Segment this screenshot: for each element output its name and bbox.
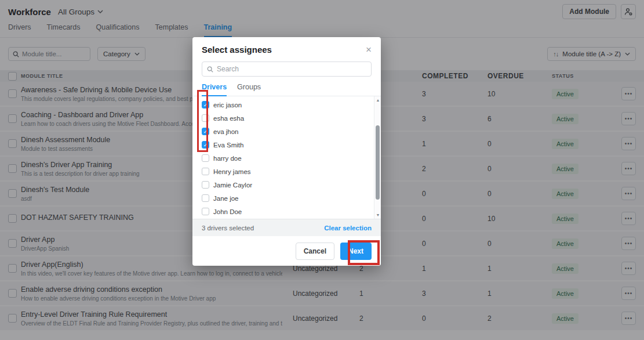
driver-checkbox[interactable]: ✓: [202, 114, 209, 122]
cancel-button[interactable]: Cancel: [296, 243, 334, 260]
driver-list-item[interactable]: ✓esha esha: [192, 111, 381, 125]
driver-list-item[interactable]: ✓Jamie Caylor: [192, 178, 381, 191]
driver-list-item[interactable]: ✓Jane joe: [192, 191, 381, 205]
driver-name: esha esha: [213, 115, 244, 122]
driver-name: Henry james: [213, 168, 251, 175]
scrollbar-thumb[interactable]: [376, 125, 380, 200]
driver-name: eric jason: [213, 102, 242, 108]
next-button[interactable]: Next: [340, 243, 372, 260]
driver-list-item[interactable]: ✓John Doe: [192, 205, 381, 218]
driver-list-item[interactable]: ✓Henry james: [192, 165, 381, 178]
scroll-down-icon[interactable]: ▼: [374, 213, 381, 217]
selection-summary-bar: 3 drivers selected Clear selection: [192, 219, 381, 236]
driver-checkbox[interactable]: ✓: [202, 194, 209, 202]
driver-list-item[interactable]: ✓harry doe: [192, 151, 381, 165]
modal-tab-drivers[interactable]: Drivers: [202, 83, 227, 96]
driver-list-item[interactable]: ✓Joshua Graham: [192, 218, 381, 219]
driver-list: ✓eric jason ✓esha esha ✓eva jhon ✓Eva Sm…: [192, 96, 381, 219]
modal-tab-groups[interactable]: Groups: [237, 83, 261, 96]
selected-count: 3 drivers selected: [202, 225, 254, 232]
driver-checkbox[interactable]: ✓: [202, 101, 209, 108]
check-icon: ✓: [203, 129, 208, 135]
modal-title: Select assignees: [202, 45, 272, 55]
assignee-search-input[interactable]: [217, 65, 366, 73]
check-icon: ✓: [203, 102, 208, 108]
clear-selection-link[interactable]: Clear selection: [324, 225, 372, 232]
assignee-search-box[interactable]: [202, 62, 372, 77]
driver-name: Jane joe: [213, 195, 238, 202]
driver-list-item[interactable]: ✓Eva Smith: [192, 138, 381, 151]
modal-actions: Cancel Next: [192, 236, 381, 266]
driver-name: Eva Smith: [213, 142, 243, 149]
driver-list-item[interactable]: ✓eric jason: [192, 98, 381, 111]
driver-checkbox[interactable]: ✓: [202, 128, 209, 135]
scroll-up-icon[interactable]: ▲: [374, 98, 381, 102]
driver-name: harry doe: [213, 155, 242, 162]
close-icon[interactable]: ×: [366, 45, 372, 55]
driver-checkbox[interactable]: ✓: [202, 141, 209, 149]
driver-name: John Doe: [213, 208, 242, 215]
driver-checkbox[interactable]: ✓: [202, 168, 209, 175]
driver-checkbox[interactable]: ✓: [202, 181, 209, 189]
check-icon: ✓: [203, 142, 208, 148]
search-icon: [207, 66, 213, 73]
scrollbar[interactable]: ▲ ▼: [374, 96, 381, 219]
driver-list-item[interactable]: ✓eva jhon: [192, 125, 381, 138]
driver-checkbox[interactable]: ✓: [202, 154, 209, 162]
assignee-type-tabs: Drivers Groups: [192, 83, 381, 96]
driver-name: eva jhon: [213, 128, 238, 135]
driver-name: Jamie Caylor: [213, 182, 252, 189]
select-assignees-modal: Select assignees × Drivers Groups ✓eric …: [192, 37, 381, 266]
driver-checkbox[interactable]: ✓: [202, 208, 209, 215]
